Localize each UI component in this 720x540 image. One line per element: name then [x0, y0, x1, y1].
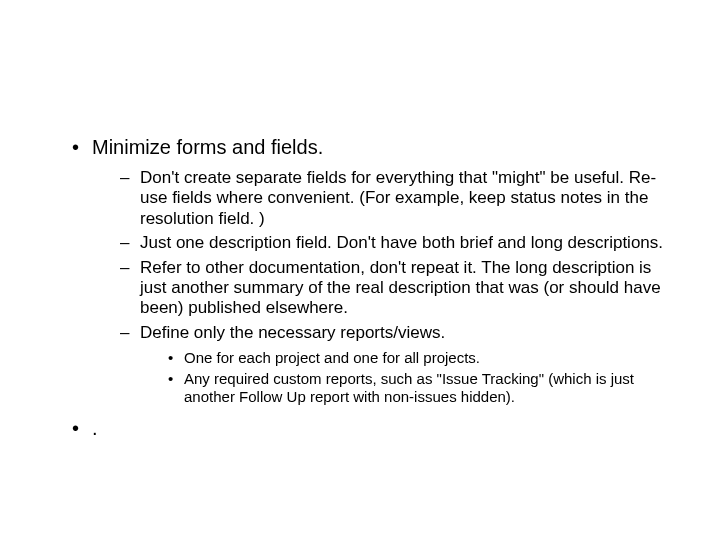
bullet-text: Just one description field. Don't have b…	[140, 233, 663, 252]
bullet-list-level1: Minimize forms and fields. Don't create …	[48, 135, 672, 441]
bullet-text: Minimize forms and fields.	[92, 136, 323, 158]
bullet-list-level3: One for each project and one for all pro…	[140, 349, 672, 406]
list-item: One for each project and one for all pro…	[168, 349, 672, 367]
bullet-text: Define only the necessary reports/views.	[140, 323, 445, 342]
bullet-text: Don't create separate fields for everyth…	[140, 168, 656, 228]
bullet-text: Any required custom reports, such as "Is…	[184, 370, 634, 405]
bullet-text: One for each project and one for all pro…	[184, 349, 480, 366]
list-item: Define only the necessary reports/views.…	[120, 323, 672, 406]
bullet-list-level2: Don't create separate fields for everyth…	[92, 168, 672, 406]
list-item: .	[72, 416, 672, 441]
bullet-text: Refer to other documentation, don't repe…	[140, 258, 661, 318]
list-item: Any required custom reports, such as "Is…	[168, 370, 672, 406]
list-item: Refer to other documentation, don't repe…	[120, 258, 672, 319]
list-item: Minimize forms and fields. Don't create …	[72, 135, 672, 406]
bullet-text: .	[92, 417, 98, 439]
slide: Minimize forms and fields. Don't create …	[0, 0, 720, 540]
list-item: Just one description field. Don't have b…	[120, 233, 672, 253]
list-item: Don't create separate fields for everyth…	[120, 168, 672, 229]
